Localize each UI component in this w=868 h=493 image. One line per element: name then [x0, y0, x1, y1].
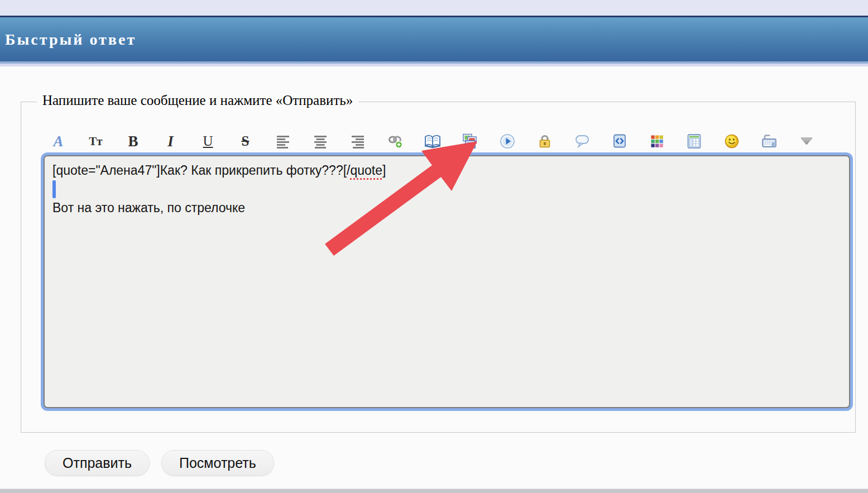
header-divider [0, 64, 868, 66]
toolbar-button-speech[interactable] [563, 131, 601, 151]
color-grid-icon [650, 134, 664, 149]
toolbar-button-table[interactable] [675, 131, 713, 151]
toolbar-button-insert-link[interactable] [376, 131, 414, 151]
images-icon [462, 133, 478, 149]
quick-reply-fieldset: Напишите ваше сообщение и нажмите «Отпра… [21, 102, 856, 433]
toolbar-button-align-right[interactable] [339, 131, 376, 151]
toolbar-button-lock[interactable] [526, 131, 563, 151]
toolbar-button-font-size[interactable]: Tт [77, 131, 114, 151]
strikethrough-icon: S [242, 133, 250, 149]
editor-line-2 [52, 180, 841, 198]
chevron-down-icon [799, 134, 814, 149]
page-title: Быстрый ответ [0, 17, 868, 62]
text-caret [52, 180, 56, 198]
align-right-icon [351, 134, 365, 149]
align-center-icon [313, 134, 328, 149]
toolbar-button-insert-media[interactable] [488, 131, 526, 151]
form-actions: Отправить Посмотреть [45, 450, 274, 476]
toolbar-button-italic[interactable]: I [152, 131, 189, 151]
open-book-icon [424, 133, 441, 149]
align-left-icon [276, 134, 290, 149]
bbcode-toolbar: A Tт B I U S [40, 131, 825, 151]
bottom-bar [0, 489, 868, 493]
fieldset-legend: Напишите ваше сообщение и нажмите «Отпра… [37, 93, 358, 108]
toolbar-button-font-color[interactable]: A [40, 131, 77, 151]
code-scroll-icon [612, 133, 627, 149]
top-window-strip [0, 0, 868, 16]
toolbar-button-strikethrough[interactable]: S [227, 131, 264, 151]
padlock-icon [537, 133, 553, 149]
misspelled-word: quote [350, 163, 382, 178]
table-icon [687, 133, 702, 149]
smiley-icon [724, 133, 740, 149]
submit-button[interactable]: Отправить [45, 450, 150, 476]
font-color-icon: A [53, 133, 63, 150]
bold-icon: B [128, 133, 138, 150]
toolbar-button-align-left[interactable] [264, 131, 301, 151]
toolbar-button-bold[interactable]: B [114, 131, 152, 151]
editor-line-3: Вот на это нажать, по стрелочке [52, 198, 841, 217]
toolbar-button-colors[interactable] [638, 131, 675, 151]
keyboard-icon [761, 133, 778, 149]
message-textarea-focus-ring: [quote="Алена47"]Как? Как прикрепить фот… [41, 152, 853, 411]
editor-line-1: [quote="Алена47"]Как? Как прикрепить фот… [52, 161, 841, 180]
speech-bubble-icon [574, 133, 590, 149]
preview-button[interactable]: Посмотреть [161, 450, 274, 476]
toolbar-button-insert-image[interactable] [451, 131, 488, 151]
toolbar-button-align-center[interactable] [301, 131, 339, 151]
font-size-icon: Tт [89, 135, 102, 149]
toolbar-button-more-options[interactable] [788, 131, 825, 151]
toolbar-button-keyboard[interactable] [750, 131, 788, 151]
italic-icon: I [167, 133, 174, 150]
play-icon [500, 133, 515, 149]
toolbar-button-book[interactable] [414, 131, 451, 151]
toolbar-button-smiley[interactable] [713, 131, 750, 151]
underline-icon: U [203, 133, 213, 149]
toolbar-button-underline[interactable]: U [189, 131, 227, 151]
message-textarea[interactable]: [quote="Алена47"]Как? Как прикрепить фот… [44, 155, 850, 408]
panel-header: Быстрый ответ [0, 16, 868, 64]
toolbar-button-code[interactable] [601, 131, 638, 151]
link-add-icon [387, 133, 403, 149]
